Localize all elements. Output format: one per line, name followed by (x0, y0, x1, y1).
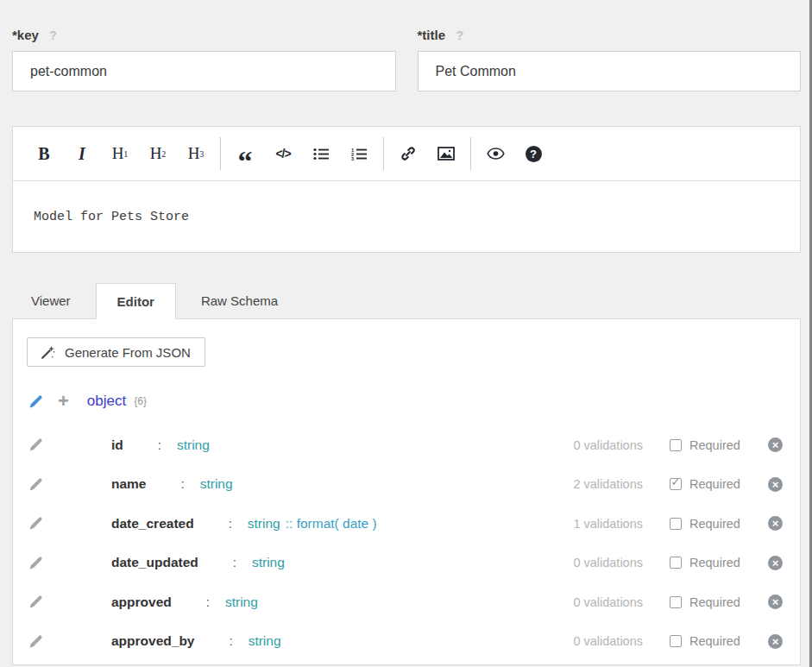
property-name: name (111, 476, 147, 492)
image-icon[interactable] (427, 136, 465, 171)
key-field-group: *key ? (12, 28, 396, 91)
property-row-name: name : string 2 validations Required × (13, 465, 800, 505)
markdown-toolbar: B I H1 H2 H3 “ </> 1 2 3 (13, 127, 800, 181)
generate-from-json-button[interactable]: Generate From JSON (27, 337, 205, 367)
description-text: Model for Pets Store (34, 210, 189, 224)
validations-count[interactable]: 1 validations (544, 517, 643, 531)
property-row-date_created: date_created : string :: format( date ) … (13, 504, 800, 544)
property-colon: : (206, 595, 210, 609)
property-colon: : (158, 437, 161, 452)
property-row-id: id : string 0 validations Required × (13, 425, 800, 465)
property-list: id : string 0 validations Required × nam… (13, 425, 800, 661)
remove-property-button[interactable]: × (768, 634, 783, 649)
title-field-group: *title ? (418, 28, 802, 91)
bold-button[interactable]: B (25, 136, 63, 171)
heading3-button[interactable]: H3 (177, 136, 215, 171)
property-row-date_updated: date_updated : string 0 validations Requ… (13, 544, 800, 583)
link-icon[interactable] (389, 136, 427, 171)
edit-property-pencil-icon[interactable] (28, 437, 43, 452)
toolbar-divider (220, 137, 221, 170)
edit-property-pencil-icon[interactable] (28, 595, 43, 609)
required-label: Required (689, 595, 740, 609)
required-checkbox[interactable] (670, 518, 682, 530)
tab-bar: Viewer Editor Raw Schema (12, 283, 299, 319)
edit-root-pencil-icon[interactable] (28, 394, 43, 409)
description-textarea[interactable]: Model for Pets Store (13, 181, 800, 253)
remove-property-button[interactable]: × (768, 516, 783, 531)
schema-root-row: + object {6} (28, 389, 800, 413)
preview-eye-icon[interactable] (476, 136, 514, 171)
property-type[interactable]: string (225, 595, 258, 610)
remove-property-button[interactable]: × (768, 595, 783, 609)
property-name: approved_by (111, 633, 194, 649)
schema-form-screen: *key ? *title ? B I H1 H2 H3 “ </> (0, 0, 812, 667)
required-checkbox[interactable] (670, 478, 682, 490)
required-label: Required (689, 556, 740, 569)
heading2-button[interactable]: H2 (139, 136, 177, 171)
root-property-count-badge: {6} (134, 395, 147, 407)
property-row-approved_by: approved_by : string 0 validations Requi… (13, 622, 800, 662)
property-type[interactable]: string (200, 476, 233, 492)
edit-property-pencil-icon[interactable] (28, 477, 43, 492)
edit-property-pencil-icon[interactable] (28, 634, 43, 649)
required-checkbox[interactable] (670, 596, 682, 608)
validations-count[interactable]: 0 validations (544, 438, 643, 452)
tab-editor[interactable]: Editor (96, 283, 176, 319)
validations-count[interactable]: 0 validations (544, 634, 643, 648)
property-colon: : (229, 516, 232, 531)
toolbar-divider (470, 137, 471, 170)
ordered-list-icon[interactable]: 1 2 3 (340, 136, 378, 171)
property-type[interactable]: string (252, 555, 285, 570)
key-label: *key (12, 28, 39, 42)
tab-viewer[interactable]: Viewer (12, 283, 91, 319)
unordered-list-icon[interactable] (302, 136, 340, 171)
required-label: Required (689, 517, 740, 531)
validations-count[interactable]: 2 validations (544, 477, 643, 491)
top-fields-row: *key ? *title ? (12, 28, 801, 91)
title-input[interactable] (418, 51, 802, 91)
property-type[interactable]: string (177, 437, 210, 453)
svg-text:3: 3 (351, 155, 354, 160)
property-colon: : (233, 555, 236, 569)
magic-wand-icon (41, 345, 55, 359)
description-editor: B I H1 H2 H3 “ </> 1 2 3 (12, 126, 801, 253)
toolbar-divider (383, 137, 384, 170)
key-input[interactable] (12, 51, 396, 91)
property-colon: : (229, 633, 232, 648)
property-colon: : (181, 476, 185, 491)
editor-panel: Generate From JSON + object {6} id : str… (12, 318, 801, 665)
blockquote-icon[interactable]: “ (226, 136, 264, 171)
tab-raw-schema[interactable]: Raw Schema (180, 283, 299, 319)
property-name: date_updated (111, 555, 198, 570)
validations-count[interactable]: 0 validations (544, 556, 643, 569)
required-label: Required (689, 477, 740, 491)
key-help-icon[interactable]: ? (49, 28, 57, 42)
help-icon[interactable]: ? (514, 136, 552, 171)
heading1-button[interactable]: H1 (101, 136, 139, 171)
edit-property-pencil-icon[interactable] (28, 516, 43, 531)
required-label: Required (689, 634, 740, 648)
remove-property-button[interactable]: × (768, 477, 783, 492)
required-checkbox[interactable] (670, 439, 682, 451)
validations-count[interactable]: 0 validations (544, 595, 643, 609)
code-icon[interactable]: </> (264, 136, 302, 171)
title-help-icon[interactable]: ? (456, 28, 463, 42)
property-type[interactable]: string (248, 516, 280, 532)
edit-property-pencil-icon[interactable] (28, 556, 43, 570)
property-name: date_created (111, 516, 194, 532)
root-type-label[interactable]: object (87, 393, 126, 410)
property-type-format[interactable]: :: format( date ) (286, 516, 377, 532)
required-label: Required (689, 438, 740, 452)
property-type[interactable]: string (249, 633, 281, 649)
property-name: id (111, 437, 123, 453)
required-checkbox[interactable] (670, 557, 682, 569)
italic-button[interactable]: I (63, 136, 101, 171)
remove-property-button[interactable]: × (768, 556, 783, 570)
required-checkbox[interactable] (670, 635, 682, 647)
property-row-approved: approved : string 0 validations Required… (13, 582, 800, 622)
remove-property-button[interactable]: × (768, 437, 783, 452)
property-name: approved (111, 595, 172, 610)
add-property-icon[interactable]: + (58, 393, 69, 410)
generate-button-label: Generate From JSON (65, 345, 191, 360)
title-label: *title (418, 28, 446, 42)
